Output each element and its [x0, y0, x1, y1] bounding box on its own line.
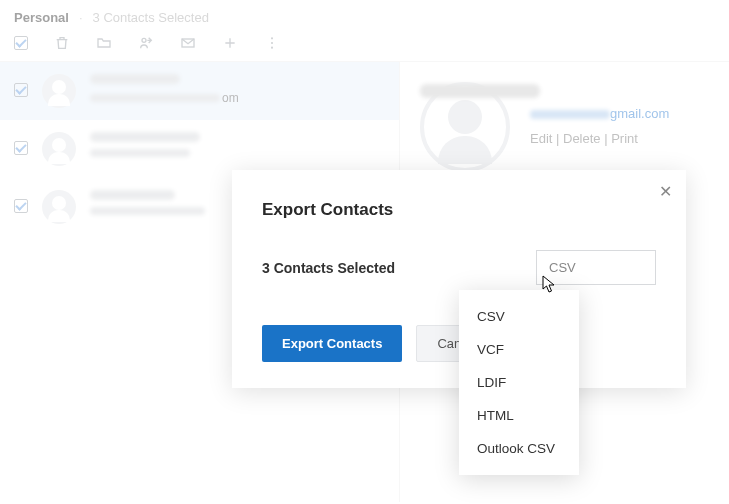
trash-icon[interactable] — [54, 35, 70, 51]
group-title: Personal — [14, 10, 69, 25]
row-checkbox[interactable] — [14, 199, 28, 213]
export-button[interactable]: Export Contacts — [262, 325, 402, 362]
folder-icon[interactable] — [96, 35, 112, 51]
page-header: Personal · 3 Contacts Selected — [0, 0, 729, 29]
modal-title: Export Contacts — [262, 200, 656, 220]
selection-label: 3 Contacts Selected — [262, 260, 395, 276]
share-icon[interactable] — [138, 35, 154, 51]
svg-point-4 — [271, 47, 273, 49]
format-select[interactable]: CSV — [536, 250, 656, 285]
svg-point-0 — [142, 38, 146, 42]
svg-point-3 — [271, 42, 273, 44]
separator-dot: · — [79, 10, 83, 25]
modal-body-row: 3 Contacts Selected CSV — [262, 250, 656, 285]
mail-icon[interactable] — [180, 35, 196, 51]
format-dropdown: CSV VCF LDIF HTML Outlook CSV — [459, 290, 579, 475]
format-option[interactable]: Outlook CSV — [459, 432, 579, 465]
close-icon[interactable]: ✕ — [659, 182, 672, 201]
format-option[interactable]: HTML — [459, 399, 579, 432]
avatar — [42, 74, 76, 108]
row-checkbox[interactable] — [14, 141, 28, 155]
more-icon[interactable] — [264, 35, 280, 51]
selection-count-text: 3 Contacts Selected — [93, 10, 209, 25]
contact-email-blurred — [90, 207, 205, 215]
contact-name-blurred — [90, 132, 200, 142]
contact-info — [90, 132, 200, 157]
email-prefix-blurred — [530, 110, 610, 119]
contact-row[interactable]: om — [0, 62, 399, 120]
format-option[interactable]: LDIF — [459, 366, 579, 399]
toolbar — [0, 29, 729, 62]
contact-email-blurred — [90, 149, 190, 157]
avatar — [42, 190, 76, 224]
contact-name-blurred — [90, 190, 175, 200]
contact-name-blurred — [90, 74, 180, 84]
email-suffix: om — [222, 91, 239, 105]
contact-email-blurred — [90, 94, 220, 102]
row-checkbox[interactable] — [14, 83, 28, 97]
contact-info: om — [90, 74, 239, 105]
format-option[interactable]: VCF — [459, 333, 579, 366]
detail-name-blurred — [420, 84, 540, 98]
contact-info — [90, 190, 205, 215]
avatar — [42, 132, 76, 166]
plus-icon[interactable] — [222, 35, 238, 51]
format-option[interactable]: CSV — [459, 300, 579, 333]
svg-point-2 — [271, 37, 273, 39]
format-select-value: CSV — [549, 260, 576, 275]
email-domain: gmail.com — [610, 106, 669, 121]
select-all-checkbox[interactable] — [14, 36, 28, 50]
